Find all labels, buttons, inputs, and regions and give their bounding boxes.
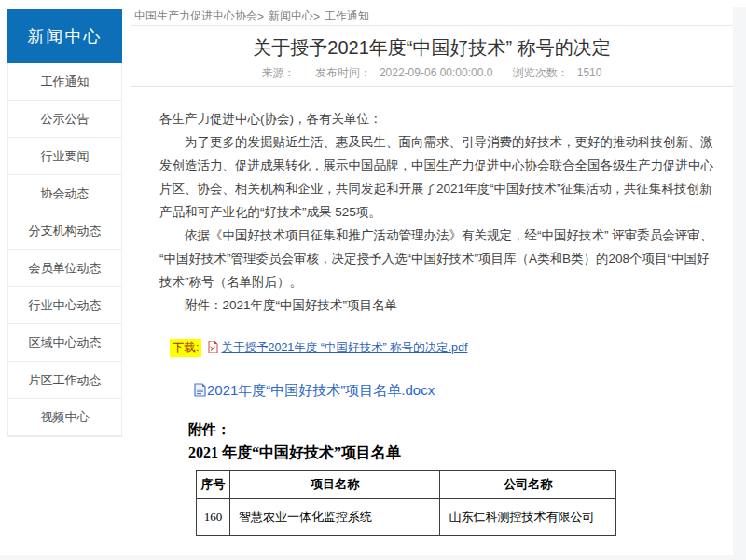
meta-publish-label: 发布时间： — [315, 66, 371, 79]
docx-download-link[interactable]: 2021年度“中国好技术”项目名单.docx — [207, 382, 435, 400]
page: 新闻中心 工作通知 公示公告 行业要闻 协会动态 分支机构动态 会员单位动态 行… — [0, 0, 746, 560]
meta-views-label: 浏览次数： — [513, 66, 569, 79]
table-header-project: 项目名称 — [229, 471, 439, 499]
breadcrumb-item-news[interactable]: 新闻中心 — [269, 8, 313, 24]
meta-publish-time: 2022-09-06 00:00:00.0 — [380, 66, 492, 79]
doc-icon — [194, 383, 206, 400]
sidebar-item-branch-news[interactable]: 分支机构动态 — [8, 212, 121, 250]
article-meta: 来源： 发布时间：2022-09-06 00:00:00.0 浏览次数：1510 — [131, 66, 733, 80]
article-body: 各生产力促进中心(协会)，各有关单位： 为了更多的发掘贴近生活、惠及民生、面向需… — [131, 87, 733, 317]
table-header-row: 序号 项目名称 公司名称 — [197, 471, 616, 499]
meta-source-label: 来源： — [262, 66, 296, 79]
sidebar: 新闻中心 工作通知 公示公告 行业要闻 协会动态 分支机构动态 会员单位动态 行… — [7, 9, 122, 437]
breadcrumb: 中国生产力促进中心协会 > 新闻中心 > 工作通知 — [131, 7, 733, 26]
table-cell-index: 160 — [197, 499, 230, 536]
attachment-title: 2021 年度“中国好技术”项目名单 — [188, 443, 733, 463]
page-title: 关于授予2021年度“中国好技术” 称号的决定 — [131, 34, 733, 61]
page-gutter-right — [733, 7, 746, 556]
download-row: 下载: 关于授予2021年度 “中国好技术” 称号的决定.pdf — [170, 339, 733, 357]
sidebar-item-public-notice[interactable]: 公示公告 — [8, 101, 121, 138]
pdf-icon — [208, 341, 218, 356]
sidebar-title: 新闻中心 — [7, 9, 122, 63]
article-paragraph-salutation: 各生产力促进中心(协会)，各有关单位： — [159, 107, 720, 130]
article-paragraph-intro: 为了更多的发掘贴近生活、惠及民生、面向需求、引导消费的好技术，更好的推动科技创新… — [159, 130, 720, 224]
sidebar-item-industry-news[interactable]: 行业要闻 — [8, 138, 121, 175]
table-header-company: 公司名称 — [440, 471, 616, 499]
attachment-section: 附件： 2021 年度“中国好技术”项目名单 序号 项目名称 公司名称 160 … — [188, 420, 733, 536]
sidebar-item-assoc-news[interactable]: 协会动态 — [8, 175, 121, 212]
sidebar-item-work-notice[interactable]: 工作通知 — [8, 63, 121, 101]
table-header-index: 序号 — [197, 471, 230, 499]
breadcrumb-item-current[interactable]: 工作通知 — [325, 8, 369, 24]
sidebar-item-member-news[interactable]: 会员单位动态 — [8, 250, 121, 287]
sidebar-item-video-center[interactable]: 视频中心 — [8, 399, 121, 436]
sidebar-item-industry-center[interactable]: 行业中心动态 — [8, 287, 121, 324]
breadcrumb-separator: > — [257, 10, 264, 23]
table-row: 160 智慧农业一体化监控系统 山东仁科测控技术有限公司 — [197, 499, 616, 536]
page-gutter-bottom — [0, 555, 746, 560]
sidebar-item-district-work[interactable]: 片区工作动态 — [8, 362, 121, 399]
article-paragraph-decision: 依据《中国好技术项目征集和推广活动管理办法》有关规定，经“中国好技术” 评审委员… — [159, 224, 720, 294]
attachment-label: 附件： — [188, 420, 733, 439]
pdf-download-link[interactable]: 关于授予2021年度 “中国好技术” 称号的决定.pdf — [221, 340, 467, 356]
meta-views-count: 1510 — [577, 66, 602, 79]
breadcrumb-separator: > — [313, 10, 320, 23]
download-label: 下载: — [170, 339, 201, 357]
sidebar-menu: 工作通知 公示公告 行业要闻 协会动态 分支机构动态 会员单位动态 行业中心动态… — [7, 63, 122, 437]
breadcrumb-item-home[interactable]: 中国生产力促进中心协会 — [134, 8, 257, 24]
table-cell-company: 山东仁科测控技术有限公司 — [440, 499, 616, 536]
attachment-table: 序号 项目名称 公司名称 160 智慧农业一体化监控系统 山东仁科测控技术有限公… — [196, 470, 616, 536]
table-cell-project: 智慧农业一体化监控系统 — [229, 499, 439, 536]
article-paragraph-appendix: 附件：2021年度“中国好技术”项目名单 — [159, 294, 720, 317]
sidebar-item-region-center[interactable]: 区域中心动态 — [8, 324, 121, 362]
docx-row: 2021年度“中国好技术”项目名单.docx — [194, 382, 733, 400]
content-area: 中国生产力促进中心协会 > 新闻中心 > 工作通知 关于授予2021年度“中国好… — [131, 7, 733, 536]
